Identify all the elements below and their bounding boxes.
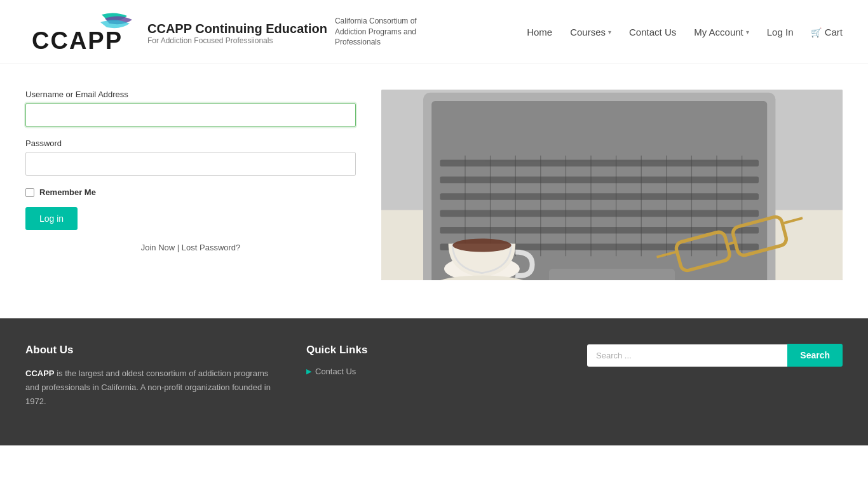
footer-quick-links: Quick Links ▶ Contact Us <box>306 344 562 383</box>
footer-search-input[interactable] <box>587 344 787 367</box>
svg-rect-6 <box>440 177 759 184</box>
footer-about-body: is the largest and oldest consortium of … <box>25 369 271 406</box>
site-title-area: CCAPP Continuing Education For Addiction… <box>147 19 327 45</box>
logo-image: CCAPP <box>25 10 140 54</box>
remember-row: Remember Me <box>25 187 356 197</box>
lost-password-link[interactable]: Lost Password? <box>182 243 241 252</box>
site-footer: About Us CCAPP is the largest and oldest… <box>0 318 868 445</box>
remember-me-checkbox[interactable] <box>25 188 34 197</box>
footer-arrow-icon: ▶ <box>306 367 311 376</box>
my-account-caret: ▾ <box>746 29 749 36</box>
username-label: Username or Email Address <box>25 90 356 99</box>
password-label: Password <box>25 139 356 148</box>
courses-caret: ▾ <box>608 29 611 36</box>
footer-quick-links-heading: Quick Links <box>306 344 562 356</box>
footer-search-area: Search <box>587 344 843 367</box>
svg-text:CCAPP: CCAPP <box>32 27 123 54</box>
login-button[interactable]: Log in <box>25 207 78 230</box>
nav-courses[interactable]: Courses ▾ <box>570 27 611 37</box>
nav-contact-us[interactable]: Contact Us <box>629 27 676 37</box>
nav-home[interactable]: Home <box>527 27 552 37</box>
main-content: Username or Email Address Password Remem… <box>0 64 868 318</box>
link-separator: | <box>177 243 182 252</box>
nav-cart[interactable]: 🛒 Cart <box>811 27 843 37</box>
cart-icon: 🛒 <box>811 27 822 37</box>
extra-links: Join Now | Lost Password? <box>25 243 356 252</box>
nav-my-account[interactable]: My Account ▾ <box>694 27 749 37</box>
svg-rect-5 <box>440 159 759 166</box>
logo-tagline: California Consortium of Addiction Progr… <box>335 16 437 48</box>
logo-area: CCAPP CCAPP Continuing Education For Add… <box>25 10 437 54</box>
nav-login[interactable]: Log In <box>767 27 794 37</box>
footer-contact-us-link[interactable]: ▶ Contact Us <box>306 367 562 376</box>
footer-about: About Us CCAPP is the largest and oldest… <box>25 344 281 409</box>
site-header: CCAPP CCAPP Continuing Education For Add… <box>0 0 868 64</box>
remember-me-label: Remember Me <box>39 187 96 197</box>
svg-rect-23 <box>549 269 675 280</box>
hero-image <box>381 90 843 280</box>
svg-rect-8 <box>440 210 759 217</box>
footer-about-text: CCAPP is the largest and oldest consorti… <box>25 367 281 409</box>
svg-point-25 <box>452 238 511 252</box>
footer-about-bold: CCAPP <box>25 369 55 378</box>
site-subtitle: For Addiction Focused Professiionals <box>147 36 327 45</box>
footer-grid: About Us CCAPP is the largest and oldest… <box>25 344 843 409</box>
footer-search-row: Search <box>587 344 843 367</box>
footer-search-button[interactable]: Search <box>787 344 843 367</box>
main-nav: Home Courses ▾ Contact Us My Account ▾ L… <box>527 27 843 37</box>
footer-links-list: ▶ Contact Us <box>306 367 562 376</box>
username-input[interactable] <box>25 103 356 127</box>
join-now-link[interactable]: Join Now <box>141 243 175 252</box>
password-input[interactable] <box>25 152 356 176</box>
footer-about-heading: About Us <box>25 344 281 356</box>
login-form-area: Username or Email Address Password Remem… <box>25 90 356 252</box>
svg-rect-7 <box>440 193 759 200</box>
footer-link-item: ▶ Contact Us <box>306 367 562 376</box>
site-title: CCAPP Continuing Education <box>147 22 327 36</box>
